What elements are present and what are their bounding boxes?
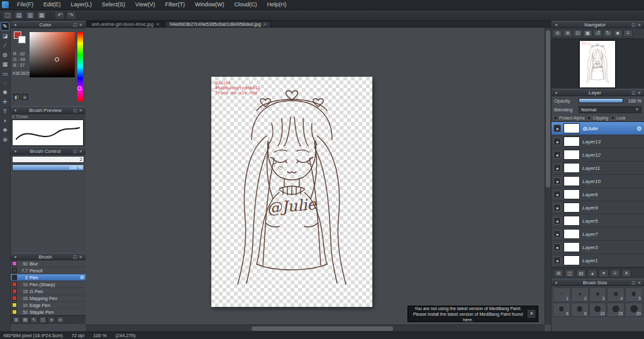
move-up-icon[interactable]: ▴ (587, 269, 597, 277)
saturation-value-picker[interactable] (30, 32, 75, 77)
hue-cursor[interactable] (77, 86, 82, 91)
brush-item[interactable]: 7.7Pencil (11, 267, 86, 274)
detach-panel-icon[interactable]: ◱ (631, 22, 636, 28)
vertical-scrollbar[interactable] (545, 28, 551, 325)
color-sliders-icon[interactable]: ≣ (21, 94, 28, 100)
brush-size-slider[interactable]: 2 (12, 156, 84, 163)
checkbox-clipping[interactable]: Clipping (587, 116, 608, 120)
checkbox-box[interactable] (611, 116, 615, 120)
tab-close-icon[interactable]: ✕ (264, 22, 267, 27)
brush-size-cell[interactable]: 2 (571, 287, 589, 302)
gradient-tool[interactable]: ▦ (1, 60, 9, 69)
layer-row[interactable]: ●Layer13 (552, 135, 644, 148)
detach-panel-icon[interactable]: ◱ (72, 22, 78, 28)
open-icon[interactable]: ▤ (14, 11, 24, 19)
close-panel-icon[interactable]: ✕ (636, 22, 642, 28)
layer-row[interactable]: ●Layer9 (552, 201, 644, 214)
document-tab[interactable]: 94ed903b27c49e5385c6a01d84958ded.jpg✕ (165, 21, 272, 27)
close-panel-icon[interactable]: ✕ (78, 148, 84, 154)
rotate-left-icon[interactable]: ↺ (593, 30, 602, 37)
layer-visibility-eye-icon[interactable]: ● (553, 164, 561, 172)
checkbox-box[interactable] (587, 116, 591, 120)
layer-settings-gear-icon[interactable]: ⚙ (636, 125, 642, 132)
checkbox-lock[interactable]: Lock (611, 116, 625, 120)
panel-menu-icon[interactable]: ▾ (13, 108, 18, 113)
add-brush-icon[interactable]: ⊞ (13, 316, 20, 323)
reset-view-icon[interactable]: ■ (613, 30, 623, 37)
actual-pixels-icon[interactable]: ▣ (583, 30, 592, 37)
brush-item[interactable]: 2Pen⚙ (11, 274, 86, 281)
menu-icon[interactable]: ≡ (623, 30, 633, 37)
tab-close-icon[interactable]: ✕ (156, 22, 160, 27)
panel-menu-icon[interactable]: ▾ (553, 90, 559, 96)
close-panel-icon[interactable]: ✕ (78, 254, 84, 260)
new-file-icon[interactable]: ▢ (3, 11, 13, 19)
layer-visibility-eye-icon[interactable]: ● (553, 230, 561, 238)
brush-item[interactable]: 10Edge Pen (11, 302, 86, 309)
layer-row[interactable]: ●Layer10 (552, 175, 644, 188)
close-panel-icon[interactable]: ✕ (78, 108, 84, 113)
close-panel-icon[interactable]: ✕ (78, 22, 84, 28)
close-panel-icon[interactable]: ✕ (636, 280, 642, 286)
checkbox-box[interactable] (553, 116, 558, 120)
layer-folder-icon[interactable]: ▤ (576, 269, 586, 277)
checkbox-protect-alpha[interactable]: Protect Alpha (553, 116, 584, 120)
brush-size-cell[interactable]: 3 (589, 287, 607, 302)
brush-folder-icon[interactable]: ▤ (21, 316, 29, 323)
panel-menu-icon[interactable]: ▾ (553, 280, 559, 286)
brush-size-cell[interactable]: 10 (589, 303, 607, 317)
detach-panel-icon[interactable]: ◱ (72, 254, 78, 260)
text-tool[interactable]: T (1, 107, 9, 116)
layer-row[interactable]: ●Layer7 (552, 228, 644, 241)
brush-size-cell[interactable]: 8 (571, 303, 589, 317)
move-down-icon[interactable]: ▾ (599, 269, 609, 277)
zoom-tool[interactable]: ⊕ (1, 135, 9, 144)
fill-tool[interactable]: ◍ (1, 50, 9, 59)
duplicate-brush-icon[interactable]: ◫ (39, 316, 47, 323)
menu-file[interactable]: File(F) (13, 0, 38, 9)
brush-size-cell[interactable]: 5 (625, 287, 643, 302)
layer-row[interactable]: ●Layer3 (552, 241, 644, 254)
lasso-tool[interactable]: ◌ (1, 79, 9, 87)
panel-menu-icon[interactable]: ▾ (13, 254, 18, 260)
detach-panel-icon[interactable]: ◱ (631, 90, 636, 96)
layer-row[interactable]: ●Layer6 (552, 188, 644, 201)
save-icon[interactable]: ▥ (25, 11, 35, 19)
blending-dropdown[interactable]: Normal ▼ (579, 106, 641, 113)
menu-help[interactable]: Help(H) (262, 0, 291, 9)
document-tab[interactable]: anh-anime-girl-buon-4hoc.jpg✕ (87, 21, 164, 27)
brush-settings-gear-icon[interactable]: ⚙ (80, 275, 84, 281)
undo-icon[interactable]: ↶ (55, 11, 65, 19)
layer-row[interactable]: ●Layer1 (552, 254, 644, 267)
horizontal-scrollbar[interactable] (86, 325, 545, 331)
layer-row[interactable]: ●Layer12 (552, 148, 644, 162)
zoom-in-icon[interactable]: ⊕ (563, 30, 572, 37)
layer-visibility-eye-icon[interactable]: ● (553, 243, 561, 251)
layer-opacity-slider[interactable] (579, 98, 623, 103)
layer-visibility-eye-icon[interactable]: ● (553, 125, 561, 132)
horizontal-scrollbar-thumb[interactable] (252, 326, 393, 331)
brush-item[interactable]: 50Blur (11, 260, 86, 267)
move-down-icon[interactable]: ▾ (48, 316, 55, 323)
brush-opacity-slider[interactable]: 100 % (12, 164, 84, 171)
select-tool[interactable]: ▭ (1, 69, 9, 78)
vertical-scrollbar-thumb[interactable] (546, 30, 550, 187)
menu-filter[interactable]: Filter(T) (160, 0, 189, 9)
layer-visibility-eye-icon[interactable]: ● (553, 151, 561, 158)
canvas[interactable]: @Julie #haphuongtram0411 Trace em xin nh… (211, 77, 372, 307)
redo-icon[interactable]: ↷ (66, 11, 76, 19)
navigator-thumbnail[interactable] (580, 41, 615, 87)
detach-panel-icon[interactable]: ◱ (72, 108, 78, 113)
magic-wand-tool[interactable]: ✱ (1, 88, 9, 97)
layer-visibility-eye-icon[interactable]: ● (553, 204, 561, 211)
panel-menu-icon[interactable]: ▾ (13, 148, 18, 154)
canvas-settings-icon[interactable]: ▦ (36, 11, 47, 19)
brush-size-cell[interactable]: 15 (607, 303, 625, 317)
hue-slider[interactable] (77, 32, 83, 101)
notification-close-icon[interactable]: ✕ (528, 310, 535, 318)
brush-size-cell[interactable]: 4 (607, 287, 625, 302)
eraser-tool[interactable]: ◪ (1, 31, 9, 40)
brush-size-cell[interactable]: 1 (553, 287, 570, 302)
brush-item[interactable]: 15G Pen (11, 288, 86, 295)
menu-view[interactable]: View(V) (131, 0, 159, 9)
